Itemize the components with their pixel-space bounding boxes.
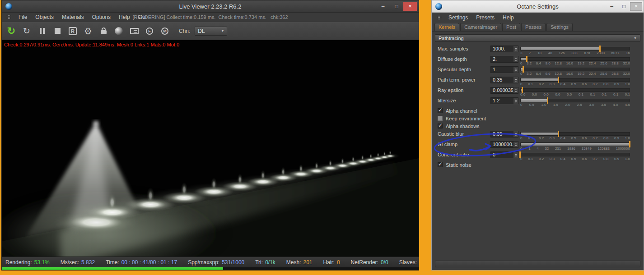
- param-input[interactable]: 0.35▲▼: [490, 131, 518, 138]
- pause-render-button[interactable]: [35, 24, 49, 38]
- param-slider[interactable]: 00.51.01.52.02.53.03.54.04.5: [520, 97, 630, 107]
- material-picker-button[interactable]: M: [158, 24, 172, 38]
- spinner[interactable]: ▲▼: [513, 56, 518, 62]
- spinner-down-icon[interactable]: ▼: [514, 134, 517, 137]
- close-button[interactable]: ×: [630, 2, 642, 11]
- checkbox-alpha-channel[interactable]: ✓: [438, 108, 443, 113]
- region-render-button[interactable]: R: [66, 24, 79, 38]
- spinner-down-icon[interactable]: ▼: [514, 101, 517, 103]
- tab-cameraimager[interactable]: Cameraimager: [460, 23, 501, 31]
- menu-item-help[interactable]: Help: [115, 14, 134, 20]
- stop-render-button[interactable]: [51, 24, 64, 38]
- spinner-down-icon[interactable]: ▼: [514, 155, 517, 157]
- menu-item-presets[interactable]: Presets: [472, 14, 499, 21]
- checkbox-static-noise[interactable]: ✓: [438, 162, 443, 167]
- slider-handle[interactable]: [547, 97, 548, 104]
- slider-track[interactable]: [520, 78, 630, 82]
- param-input[interactable]: 2.▲▼: [490, 56, 518, 63]
- param-slider[interactable]: 00.10.20.30.40.50.60.70.80.91.0: [520, 151, 630, 161]
- material-preview-button[interactable]: [112, 24, 126, 38]
- checkbox-alpha-shadows[interactable]: ✓: [438, 124, 443, 128]
- bottom-scrollbar[interactable]: [435, 261, 640, 267]
- slider-track[interactable]: [520, 88, 630, 92]
- slider-handle[interactable]: [629, 141, 630, 147]
- param-slider[interactable]: 00.10.20.30.40.50.60.70.80.91.0: [520, 77, 630, 86]
- checkbox-row-static-noise[interactable]: ✓Static noise: [432, 161, 644, 169]
- live-viewer-titlebar[interactable]: Live Viewer 2.23.2 R6.2 – □ ×: [2, 0, 419, 13]
- slider-track[interactable]: [520, 153, 630, 156]
- checkbox-row-keep-environment[interactable]: Keep environment: [432, 115, 644, 122]
- slider-handle[interactable]: [558, 77, 559, 83]
- param-input[interactable]: 1.▲▼: [490, 66, 518, 73]
- minimize-button[interactable]: –: [606, 2, 618, 11]
- param-input[interactable]: 1000.▲▼: [490, 46, 518, 52]
- focus-picker-button[interactable]: F: [143, 24, 156, 38]
- slider-track[interactable]: [520, 68, 630, 71]
- maximize-button[interactable]: □: [390, 2, 403, 11]
- menu-item-options[interactable]: Options: [88, 14, 115, 20]
- slider-handle[interactable]: [519, 151, 521, 158]
- kernel-type-select[interactable]: Pathtracing ▼: [435, 34, 640, 42]
- spinner-down-icon[interactable]: ▼: [514, 70, 517, 72]
- param-value: 1.2: [491, 98, 513, 104]
- viewport-region-button[interactable]: [127, 24, 141, 38]
- slider-track[interactable]: [520, 57, 630, 61]
- menu-item-objects[interactable]: Objects: [31, 14, 58, 20]
- param-input[interactable]: 1.2▲▼: [490, 97, 518, 104]
- tab-post[interactable]: Post: [502, 23, 520, 31]
- slider-track[interactable]: [520, 47, 630, 50]
- spinner-down-icon[interactable]: ▼: [514, 49, 517, 51]
- menu-item-file[interactable]: File: [14, 14, 31, 20]
- spinner[interactable]: ▲▼: [513, 152, 518, 158]
- menu-item-settings[interactable]: Settings: [444, 14, 472, 21]
- spinner[interactable]: ▲▼: [513, 77, 518, 83]
- param-slider[interactable]: 0.00.00.00.00.00.10.10.10.10.1: [520, 87, 630, 96]
- restart-render-button[interactable]: ↻: [5, 24, 18, 38]
- param-slider[interactable]: 00.10.20.30.40.50.60.70.80.91.0: [520, 131, 630, 140]
- checkbox-row-alpha-shadows[interactable]: ✓Alpha shadows: [432, 122, 644, 130]
- minimize-button[interactable]: –: [376, 2, 390, 11]
- maximize-button[interactable]: □: [618, 2, 630, 11]
- menu-item-materials[interactable]: Materials: [58, 14, 88, 20]
- spinner[interactable]: ▲▼: [513, 46, 518, 52]
- spinner[interactable]: ▲▼: [513, 67, 518, 73]
- render-viewport[interactable]: Check:0.297/0.91ms. Gen:0ms. Update:11.8…: [2, 40, 419, 257]
- slider-handle[interactable]: [526, 56, 527, 62]
- spinner[interactable]: ▲▼: [513, 87, 518, 93]
- settings-button[interactable]: ⚙: [81, 24, 95, 38]
- tab-settings[interactable]: Settings: [546, 23, 573, 31]
- param-input[interactable]: 0.000035▲▼: [490, 87, 518, 94]
- param-slider[interactable]: 03.26.49.612.816.019.222.425.628.832.0: [520, 66, 630, 76]
- menu-item-help[interactable]: Help: [499, 14, 518, 21]
- param-input[interactable]: 1000000.▲▼: [490, 141, 518, 148]
- tab-kernels[interactable]: Kernels: [434, 23, 459, 31]
- spinner[interactable]: ▲▼: [513, 131, 518, 137]
- menu-item-gui[interactable]: Gui: [134, 14, 151, 20]
- spinner[interactable]: ▲▼: [513, 142, 518, 147]
- spinner-down-icon[interactable]: ▼: [514, 80, 517, 82]
- slider-handle[interactable]: [522, 87, 523, 93]
- slider-track[interactable]: [520, 132, 630, 136]
- slider-track[interactable]: [520, 99, 630, 102]
- spinner[interactable]: ▲▼: [513, 98, 518, 104]
- slider-handle[interactable]: [523, 66, 524, 73]
- lock-resolution-button[interactable]: [97, 24, 110, 38]
- param-input[interactable]: 0.35▲▼: [490, 77, 518, 83]
- tab-passes[interactable]: Passes: [521, 23, 546, 31]
- spinner-down-icon[interactable]: ▼: [514, 91, 517, 93]
- close-button[interactable]: ×: [403, 2, 417, 11]
- checkbox-row-alpha-channel[interactable]: ✓Alpha channel: [432, 107, 644, 115]
- spinner-down-icon[interactable]: ▼: [514, 145, 517, 147]
- slider-handle[interactable]: [558, 131, 559, 137]
- slider-track[interactable]: [520, 142, 630, 146]
- spinner-down-icon[interactable]: ▼: [514, 60, 517, 62]
- refresh-render-button[interactable]: ↻: [20, 24, 33, 38]
- param-input[interactable]: 0▲▼: [490, 151, 518, 158]
- octane-settings-titlebar[interactable]: Octane Settings – □ ×: [432, 0, 644, 13]
- param-slider[interactable]: 014322511986158491258831000000: [520, 141, 630, 151]
- param-slider[interactable]: 03.26.49.612.816.019.222.425.628.832.0: [520, 56, 630, 65]
- channel-select[interactable]: DL ▼: [195, 27, 227, 36]
- checkbox-keep-environment[interactable]: [438, 116, 443, 121]
- slider-handle[interactable]: [599, 46, 601, 52]
- param-slider[interactable]: 3718481263338782308607716: [520, 46, 630, 55]
